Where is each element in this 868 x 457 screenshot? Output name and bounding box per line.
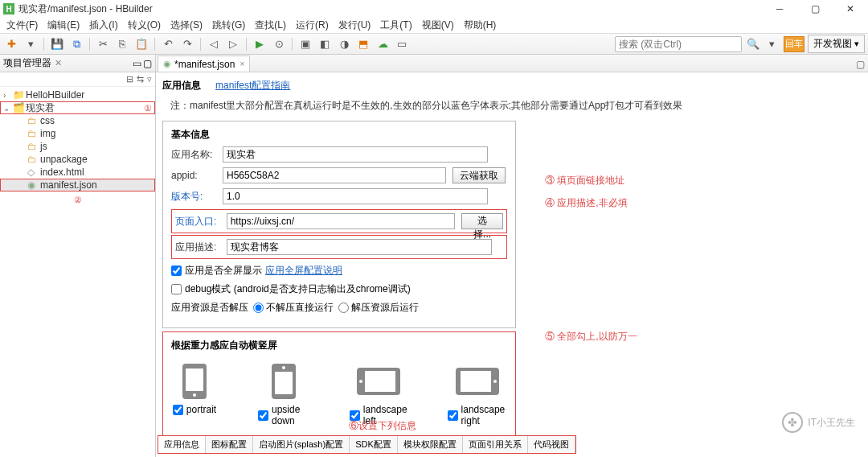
choose-button[interactable]: 选择...: [461, 213, 503, 229]
orientation-group: 根据重力感应自动横竖屏 portrait upside down: [162, 331, 516, 442]
portrait-checkbox[interactable]: [173, 405, 183, 415]
copy-icon[interactable]: ⎘: [114, 36, 130, 52]
editor-tab-manifest[interactable]: ◉ *manifest.json ×: [158, 56, 250, 72]
manifest-note: 注：manifest里大部分配置在真机运行时是不生效的,生效的部分以蓝色字体表示…: [162, 97, 862, 117]
menu-find[interactable]: 查找(L): [250, 17, 291, 34]
tree-item-unpackage[interactable]: 🗀unpackage: [0, 153, 155, 166]
svg-point-8: [359, 380, 362, 383]
new-dropdown-icon[interactable]: ▾: [23, 36, 39, 52]
panel-close-icon[interactable]: ✕: [55, 58, 62, 68]
annotation-1: ①: [144, 103, 152, 113]
tree-item-index-html[interactable]: ◇index.html: [0, 166, 155, 179]
menu-help[interactable]: 帮助(H): [459, 17, 502, 34]
tab-sdk-config[interactable]: SDK配置: [350, 436, 398, 453]
save-icon[interactable]: 💾: [49, 36, 65, 52]
back-icon[interactable]: ◁: [206, 36, 222, 52]
menu-run[interactable]: 运行(R): [291, 17, 334, 34]
panel-view-menu-icon[interactable]: ▿: [147, 74, 152, 84]
save-all-icon[interactable]: ⧉: [68, 36, 84, 52]
close-button[interactable]: ✕: [836, 0, 865, 18]
file-icon: ◉: [163, 59, 171, 69]
cut-icon[interactable]: ✂: [95, 36, 111, 52]
appid-input[interactable]: [223, 167, 446, 183]
menu-insert[interactable]: 插入(I): [84, 17, 122, 34]
tab-module-perm[interactable]: 模块权限配置: [398, 436, 463, 453]
terminal-icon[interactable]: ▣: [297, 36, 313, 52]
minimize-button[interactable]: ─: [765, 0, 794, 18]
go-button[interactable]: 回车: [784, 36, 805, 52]
landscape-right-checkbox[interactable]: [448, 410, 458, 421]
panel-title: 项目管理器: [3, 56, 51, 70]
annotation-2: ②: [0, 195, 155, 205]
manifest-guide-link[interactable]: manifest配置指南: [215, 79, 290, 93]
desc-label: 应用描述:: [175, 241, 220, 254]
tree-item-project[interactable]: ⌄🗂️ 现实君 ①: [0, 101, 155, 114]
search-menu-icon[interactable]: ▾: [764, 36, 780, 52]
annotation-5: ⑤ 全部勾上,以防万一: [545, 330, 637, 344]
search-icon[interactable]: 🔍: [745, 36, 761, 52]
tab-app-info[interactable]: 应用信息: [158, 436, 206, 453]
svg-rect-1: [186, 368, 203, 391]
run-icon[interactable]: ▶: [252, 36, 268, 52]
new-icon[interactable]: ✚: [3, 36, 19, 52]
version-input[interactable]: [223, 188, 488, 204]
appid-label: appid:: [171, 170, 216, 181]
tab-splash-config[interactable]: 启动图片(splash)配置: [253, 436, 350, 453]
fullscreen-link[interactable]: 应用全屏配置说明: [265, 264, 342, 278]
menu-release[interactable]: 发行(U): [334, 17, 376, 34]
preview-icon[interactable]: ◧: [317, 36, 333, 52]
tree-item-img[interactable]: 🗀img: [0, 127, 155, 140]
tab-close-icon[interactable]: ×: [240, 60, 244, 68]
version-label: 版本号:: [171, 190, 216, 204]
panel-menu-icon[interactable]: ▢: [143, 58, 152, 69]
menu-select[interactable]: 选择(S): [166, 17, 207, 34]
panel-minimize-icon[interactable]: ▭: [133, 58, 141, 69]
desc-highlight: 应用描述:: [171, 235, 507, 259]
collapse-all-icon[interactable]: ⊟: [126, 74, 133, 84]
link-editor-icon[interactable]: ⇆: [137, 74, 144, 84]
app-name-input[interactable]: [223, 146, 488, 163]
svg-point-5: [282, 366, 285, 369]
debug-icon[interactable]: ⊙: [271, 36, 287, 52]
menu-escape[interactable]: 转义(O): [123, 17, 166, 34]
redo-icon[interactable]: ↷: [179, 36, 195, 52]
forward-icon[interactable]: ▷: [225, 36, 241, 52]
maximize-button[interactable]: ▢: [800, 0, 829, 18]
desc-input[interactable]: [227, 239, 492, 255]
menu-tools[interactable]: 工具(T): [375, 17, 416, 34]
tab-icon-config[interactable]: 图标配置: [206, 436, 253, 453]
search-input[interactable]: [615, 36, 742, 52]
tree-item-hellohbuilder[interactable]: ›📁 HelloHBuilder: [0, 89, 155, 101]
radio-extract[interactable]: [338, 303, 349, 313]
portrait-icon: [171, 364, 218, 399]
editor-maximize-icon[interactable]: ▢: [853, 57, 868, 72]
annotation-3: ③ 填页面链接地址: [545, 174, 624, 187]
basic-info-group: 基本信息 应用名称: appid: 云端获取 版本号: 页面入口:: [162, 121, 516, 328]
menu-edit[interactable]: 编辑(E): [43, 17, 84, 34]
project-tree: ›📁 HelloHBuilder ⌄🗂️ 现实君 ① 🗀css 🗀img 🗀js…: [0, 87, 155, 207]
paste-icon[interactable]: 📋: [133, 36, 149, 52]
tree-item-js[interactable]: 🗀js: [0, 140, 155, 153]
device-icon[interactable]: ▭: [394, 36, 410, 52]
basic-info-legend: 基本信息: [171, 128, 507, 142]
tree-item-css[interactable]: 🗀css: [0, 114, 155, 127]
cloud-icon[interactable]: ☁: [375, 36, 391, 52]
menu-file[interactable]: 文件(F): [2, 17, 43, 34]
tree-item-manifest[interactable]: ◉manifest.json: [0, 179, 155, 191]
package-icon[interactable]: ⬒: [355, 36, 371, 52]
menu-goto[interactable]: 跳转(G): [207, 17, 250, 34]
svg-point-2: [193, 393, 196, 397]
upside-down-checkbox[interactable]: [258, 410, 268, 421]
tab-page-ref[interactable]: 页面引用关系: [463, 436, 528, 453]
cloud-fetch-button[interactable]: 云端获取: [452, 167, 506, 183]
tab-code-view[interactable]: 代码视图: [528, 436, 575, 453]
annotation-6: ⑥设置下列信息: [349, 419, 416, 433]
debug-checkbox[interactable]: [171, 284, 182, 294]
perspective-button[interactable]: 开发视图 ▾: [808, 35, 865, 53]
undo-icon[interactable]: ↶: [160, 36, 176, 52]
fullscreen-checkbox[interactable]: [171, 266, 182, 276]
browser-icon[interactable]: ◑: [336, 36, 352, 52]
entry-input[interactable]: [227, 213, 455, 229]
menu-view[interactable]: 视图(V): [417, 17, 459, 34]
radio-no-extract[interactable]: [253, 303, 264, 313]
